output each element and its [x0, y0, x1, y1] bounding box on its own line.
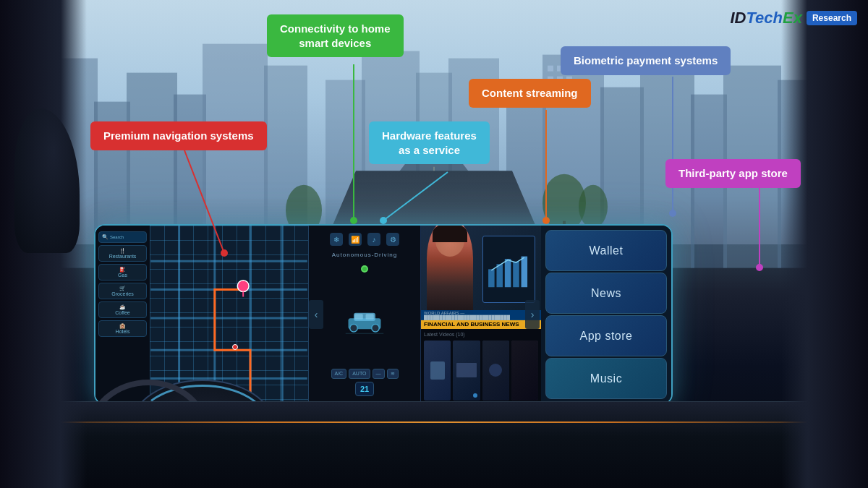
background-scene: 🔍 Search 🍴Restaurants ⛽Gas 🛒Groceries ☕C…: [0, 0, 868, 488]
research-badge: Research: [807, 11, 857, 25]
gas-button[interactable]: ⛽Gas: [98, 264, 147, 281]
settings-icon[interactable]: ⚙: [386, 233, 399, 246]
connectivity-label: Connectivity to home smart devices: [267, 14, 404, 57]
brand-logo: IDTechEx: [731, 9, 802, 27]
driving-panel: ❄ 📶 ♪ ⚙ Autonomous-Driving: [309, 226, 421, 403]
app-store-button[interactable]: App store: [545, 315, 667, 356]
third-party-label: Third-party app store: [665, 159, 801, 188]
content-streaming-label: Content streaming: [469, 79, 591, 108]
premium-nav-label: Premium navigation systems: [90, 121, 267, 150]
ac-icon: ❄: [330, 233, 343, 246]
nav-sidebar: 🔍 Search 🍴Restaurants ⛽Gas 🛒Groceries ☕C…: [95, 226, 150, 403]
car-icon-area: [343, 276, 386, 365]
infotainment-screen[interactable]: 🔍 Search 🍴Restaurants ⛽Gas 🛒Groceries ☕C…: [94, 224, 673, 405]
news-subtitle: WORLD AFFAIRS — ████████████████████████…: [421, 310, 541, 320]
music-button[interactable]: Music: [545, 358, 667, 399]
svg-rect-55: [488, 270, 495, 288]
coffee-button[interactable]: ☕Coffee: [98, 301, 147, 318]
news-ticker: FINANCIAL AND BUSINESS NEWS: [421, 320, 541, 329]
wallet-button[interactable]: Wallet: [545, 230, 667, 271]
pillar-right: [781, 0, 868, 488]
car-icon: [343, 307, 386, 335]
nav-arrow-right[interactable]: ›: [525, 300, 540, 329]
svg-rect-57: [505, 259, 511, 287]
biometric-label: Biometric payment systems: [561, 46, 731, 75]
autonomous-text: Autonomous-Driving: [332, 252, 397, 258]
svg-rect-56: [496, 265, 503, 288]
groceries-button[interactable]: 🛒Groceries: [98, 283, 147, 299]
svg-rect-59: [521, 257, 527, 288]
videos-label: Latest Videos (10): [424, 332, 465, 337]
video-thumb-4[interactable]: [511, 341, 538, 401]
navigation-map[interactable]: [150, 226, 308, 403]
dashboard-accent: [0, 421, 868, 423]
ac-control[interactable]: A/C: [331, 369, 347, 379]
news-button[interactable]: News: [545, 273, 667, 314]
svg-point-72: [756, 264, 763, 271]
hardware-label: Hardware features as a service: [369, 121, 490, 164]
auto-control[interactable]: AUTO: [349, 369, 370, 379]
hardware-connection-dot: [361, 265, 368, 273]
media-panel: FINANCIAL AND BUSINESS NEWS WORLD AFFAIR…: [421, 226, 541, 403]
music-icon: ♪: [367, 233, 380, 246]
svg-rect-58: [513, 262, 519, 288]
driving-icons-row: ❄ 📶 ♪ ⚙: [330, 233, 399, 246]
video-thumb-1[interactable]: [424, 341, 451, 401]
video-thumb-2[interactable]: [453, 341, 480, 401]
restaurants-button[interactable]: 🍴Restaurants: [98, 245, 147, 262]
svg-point-49: [350, 324, 358, 332]
svg-point-45: [237, 281, 249, 292]
search-button[interactable]: 🔍 Search: [98, 231, 147, 243]
news-video-player[interactable]: FINANCIAL AND BUSINESS NEWS WORLD AFFAIR…: [421, 226, 541, 329]
branding-area: IDTechEx Research: [731, 9, 858, 27]
video-thumbnails: [424, 341, 538, 401]
wifi-icon: 📶: [349, 233, 362, 246]
svg-rect-51: [355, 314, 363, 320]
svg-rect-52: [366, 314, 374, 320]
hotels-button[interactable]: 🏨Hotels: [98, 320, 147, 337]
nav-arrow-left[interactable]: ‹: [309, 300, 323, 329]
mode-control[interactable]: —: [373, 369, 385, 379]
dashboard-strip: [0, 401, 868, 488]
fan-control[interactable]: ≋: [387, 369, 399, 379]
navigation-panel: 🔍 Search 🍴Restaurants ⛽Gas 🛒Groceries ☕C…: [95, 226, 309, 403]
svg-point-50: [372, 324, 380, 332]
videos-row: Latest Videos (10): [421, 329, 541, 403]
video-thumb-3[interactable]: [482, 341, 509, 401]
apps-panel: Wallet News App store Music: [541, 226, 671, 403]
speed-display: 21: [355, 382, 374, 396]
